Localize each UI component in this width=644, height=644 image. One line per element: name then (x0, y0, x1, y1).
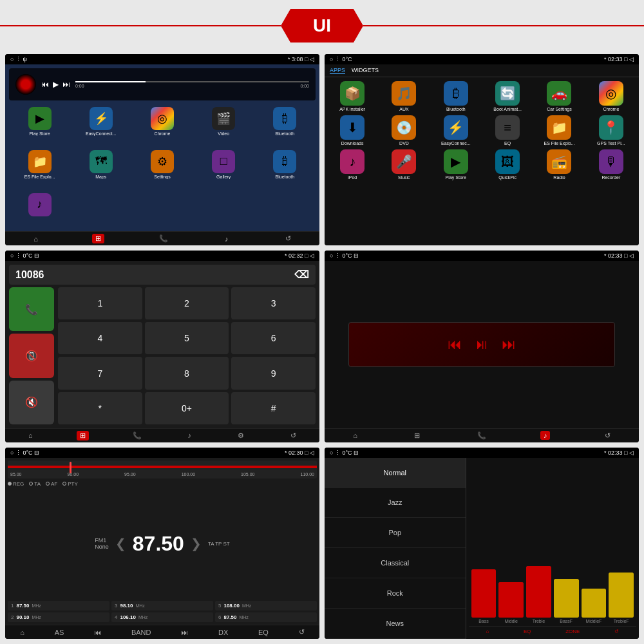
apps-nav-btn-3[interactable]: ⊞ (77, 431, 89, 440)
key-3[interactable]: 3 (231, 287, 316, 319)
eq-mode-classical[interactable]: Classical (325, 548, 466, 578)
settings-icon-3[interactable]: ⚙ (235, 431, 247, 440)
app-icon-playstore[interactable]: ▶ Play Store (10, 107, 69, 147)
home-nav-btn-1[interactable]: ⌂ (31, 235, 41, 243)
prev-track-icon[interactable]: ⏮ (41, 80, 49, 89)
next-btn-5[interactable]: ⏭ (178, 629, 191, 636)
app-icon-chrome[interactable]: ◎ Chrome (133, 107, 191, 147)
tab-widgets[interactable]: WIDGETS (352, 67, 379, 74)
play-icon[interactable]: ▶ (53, 80, 59, 89)
tab-apps[interactable]: APPS (330, 67, 345, 74)
back-nav-btn-3[interactable]: ↺ (288, 431, 299, 440)
key-2[interactable]: 2 (145, 287, 229, 319)
home-nav-btn-3[interactable]: ⌂ (26, 431, 35, 439)
af-option[interactable]: AF (46, 481, 57, 487)
back-nav-btn-1[interactable]: ↺ (283, 234, 294, 243)
eq-mode-news[interactable]: News (325, 609, 466, 639)
phone-nav-btn-1[interactable]: 📞 (156, 234, 171, 243)
music-nav-btn-3[interactable]: ♪ (185, 431, 194, 439)
media-next-btn[interactable]: ⏭ (502, 336, 516, 353)
app-icon-easyconnect[interactable]: ⚡ EasyConnect... (71, 107, 130, 147)
prev-btn-5[interactable]: ⏮ (91, 629, 104, 636)
apps-nav-btn-4[interactable]: ⊞ (412, 431, 422, 440)
drawer-icon-apkinstaller[interactable]: 📦 APK installer (328, 81, 376, 111)
call-answer-btn[interactable]: 📞 (9, 287, 54, 331)
media-playpause-btn[interactable]: ⏯ (475, 336, 489, 353)
drawer-icon-easyconnec[interactable]: ⚡ EasyConnec... (432, 115, 480, 146)
eq-btn-5[interactable]: EQ (256, 629, 271, 636)
drawer-icon-quickpic[interactable]: 🖼 QuickPic (484, 149, 531, 180)
ta-option[interactable]: TA (29, 481, 41, 487)
music-nav-btn-1[interactable]: ♪ (222, 235, 231, 243)
app-icon-bluetooth[interactable]: ₿ Bluetooth (256, 150, 314, 191)
app-icon-video[interactable]: 🎬 Video (194, 107, 253, 147)
preset-2[interactable]: 2 90.10 MHz (8, 612, 109, 622)
key-4[interactable]: 4 (58, 322, 142, 354)
eq-mode-normal[interactable]: Normal (325, 458, 466, 488)
back-btn-5[interactable]: ↺ (296, 628, 307, 636)
eq-back-btn[interactable]: ↺ (614, 629, 619, 634)
key-1[interactable]: 1 (58, 287, 142, 319)
music-nav-btn-4[interactable]: ♪ (540, 431, 551, 440)
drawer-icon-bluetooth[interactable]: ₿ Bluetooth (432, 81, 480, 111)
media-prev-btn[interactable]: ⏮ (448, 336, 462, 353)
key-8[interactable]: 8 (145, 357, 229, 389)
home-nav-btn-4[interactable]: ⌂ (350, 431, 360, 439)
home-nav-btn-5[interactable]: ⌂ (17, 629, 27, 636)
music-controls[interactable]: ⏮ ▶ ⏭ (41, 80, 70, 89)
app-icon-settings[interactable]: ⚙ Settings (133, 150, 191, 191)
app-icon-esfileexplo[interactable]: 📁 ES File Explo... (10, 150, 69, 191)
drawer-icon-music[interactable]: 🎤 Music (380, 149, 428, 180)
radio-next-btn[interactable]: ❯ (191, 536, 202, 551)
app-icon-bluetooth[interactable]: ₿ Bluetooth (256, 107, 314, 147)
as-btn[interactable]: AS (52, 629, 67, 636)
key-0plus[interactable]: 0+ (145, 392, 229, 424)
key-9[interactable]: 9 (231, 357, 316, 389)
phone-nav-btn-4[interactable]: 📞 (475, 431, 489, 440)
app-icon-[interactable]: ♪ (10, 193, 69, 229)
phone-nav-btn-3[interactable]: 📞 (130, 431, 144, 440)
drawer-icon-playstore[interactable]: ▶ Play Store (432, 149, 480, 180)
key-hash[interactable]: # (231, 392, 316, 424)
drawer-icon-recorder[interactable]: 🎙 Recorder (587, 149, 635, 180)
eq-label[interactable]: EQ (524, 629, 531, 634)
drawer-icon-bootanimat[interactable]: 🔄 Boot Animat... (484, 81, 531, 111)
drawer-icon-gpstestpl[interactable]: 📍 GPS Test Pl... (587, 115, 635, 146)
drawer-icon-eq[interactable]: ≡ EQ (484, 115, 531, 146)
key-7[interactable]: 7 (58, 357, 142, 389)
reg-option[interactable]: REG (8, 481, 24, 487)
eq-mode-pop[interactable]: Pop (325, 518, 466, 548)
backspace-icon[interactable]: ⌫ (294, 269, 309, 281)
drawer-icon-aux[interactable]: 🎵 AUX (380, 81, 428, 111)
drawer-icon-carsettings[interactable]: 🚗 Car Settings (535, 81, 583, 111)
drawer-icon-downloads[interactable]: ⬇ Downloads (328, 115, 376, 146)
radio-prev-btn[interactable]: ❮ (115, 536, 126, 551)
preset-3[interactable]: 3 98.10 MHz (111, 601, 213, 611)
preset-5[interactable]: 5 108.00 MHz (215, 601, 317, 611)
next-track-icon[interactable]: ⏭ (62, 80, 70, 89)
drawer-icon-ipod[interactable]: ♪ iPod (328, 149, 376, 180)
preset-1[interactable]: 1 87.50 MHz (8, 601, 109, 611)
key-6[interactable]: 6 (231, 322, 316, 354)
drawer-icon-dvd[interactable]: 💿 DVD (380, 115, 428, 146)
key-star[interactable]: * (58, 392, 142, 424)
dx-btn[interactable]: DX (216, 629, 231, 636)
pty-option[interactable]: PTY (62, 481, 78, 487)
back-nav-btn-4[interactable]: ↺ (602, 431, 613, 440)
call-end-btn[interactable]: 📵 (9, 334, 54, 377)
app-icon-maps[interactable]: 🗺 Maps (71, 150, 130, 191)
eq-mode-rock[interactable]: Rock (325, 578, 466, 609)
mute-btn[interactable]: 🔇 (9, 381, 54, 424)
zone-label[interactable]: ZONE (565, 629, 580, 634)
app-icon-gallery[interactable]: □ Gallery (194, 150, 253, 191)
drawer-icon-chrome[interactable]: ◎ Chrome (587, 81, 635, 111)
band-btn[interactable]: BAND (129, 629, 154, 636)
apps-nav-btn-1[interactable]: ⊞ (92, 234, 104, 243)
preset-6[interactable]: 6 87.50 MHz (215, 612, 317, 622)
drawer-icon-esfileexplo[interactable]: 📁 ES File Explo... (535, 115, 583, 146)
eq-mode-jazz[interactable]: Jazz (325, 488, 466, 518)
preset-4[interactable]: 4 106.10 MHz (111, 612, 213, 622)
drawer-icon-radio[interactable]: 📻 Radio (535, 149, 583, 180)
eq-home-btn[interactable]: ⌂ (486, 629, 489, 634)
key-5[interactable]: 5 (145, 322, 229, 354)
